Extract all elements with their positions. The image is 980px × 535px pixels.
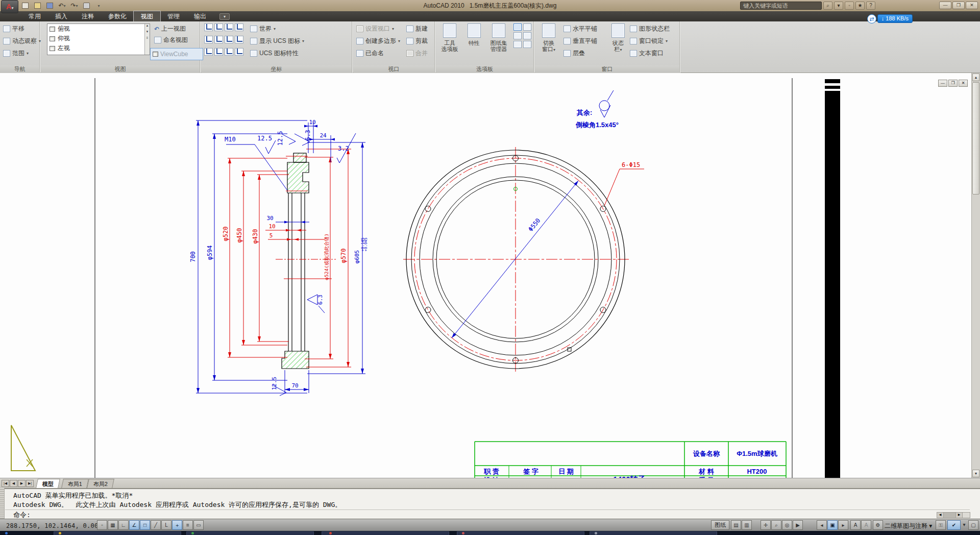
viewport-next-icon[interactable]: ▸	[838, 520, 848, 530]
ucs-origin-icon[interactable]	[214, 48, 223, 56]
viewport-prev-icon[interactable]: ◂	[817, 520, 827, 530]
viewcube-button[interactable]: ViewCube	[150, 48, 203, 60]
tab-home[interactable]: 常用	[21, 11, 48, 21]
pan-button[interactable]: 平移	[3, 25, 24, 33]
panel-label-views[interactable]: 视图	[41, 65, 200, 73]
command-scrollbar[interactable]: ◀ ▶	[937, 512, 970, 518]
steeringwheel-icon[interactable]: ◎	[782, 520, 792, 530]
panel-label-viewports[interactable]: 视口	[353, 65, 434, 73]
tab-model[interactable]: 模型	[36, 479, 60, 488]
tab-last-icon[interactable]: ▶|	[26, 480, 34, 487]
palette-toggle-icon[interactable]	[523, 41, 531, 48]
panel-label-palettes[interactable]: 选项板	[436, 65, 533, 73]
tool-palettes-button[interactable]: 工具选项板	[438, 23, 461, 52]
communication-center-icon[interactable]: ◦	[845, 2, 854, 10]
create-polygonal-button[interactable]: 创建多边形▾	[356, 37, 400, 45]
toolbar-lock-icon[interactable]: ⚿	[936, 520, 946, 530]
cad-drawing[interactable]: M10 12.5 12.5 6.3 10 24 3.2 30 700 φ594 …	[0, 73, 980, 478]
viewport-maximize-icon[interactable]: ▣	[827, 520, 838, 530]
tab-insert[interactable]: 插入	[48, 11, 75, 21]
status-bar-button[interactable]: 状态栏▾	[606, 23, 630, 53]
search-icon[interactable]: ⌕	[823, 2, 832, 10]
otrack-toggle[interactable]: ╱	[151, 520, 161, 530]
previous-view-button[interactable]: ↶上一视图	[154, 25, 186, 33]
trusted-autodesk-icon[interactable]: ✔	[947, 520, 961, 530]
ucs-view-icon[interactable]	[204, 48, 213, 56]
taskbar-button[interactable]	[54, 531, 181, 535]
tile-vertically-button[interactable]: 垂直平铺	[564, 37, 597, 45]
tab-view[interactable]: 视图	[134, 11, 160, 21]
quickview-drawings-icon[interactable]: ▥	[742, 520, 752, 530]
zoom-tool-icon[interactable]: ⌕	[771, 520, 781, 530]
scrollbar-thumb[interactable]	[944, 513, 956, 518]
close-button[interactable]: ✕	[966, 2, 978, 9]
tab-annotate[interactable]: 注释	[75, 11, 101, 21]
showmotion-icon[interactable]: ▶	[793, 520, 803, 530]
view-list-scrollbar[interactable]: ▲▼≡	[144, 24, 150, 55]
panel-label-coordinates[interactable]: 坐标	[201, 65, 352, 73]
command-window-grip[interactable]	[0, 488, 5, 519]
tab-layout1[interactable]: 布局1	[61, 479, 89, 488]
scrollbar-thumb[interactable]	[972, 82, 979, 194]
taskbar-button[interactable]	[186, 531, 314, 535]
application-menu-button[interactable]: A▾	[1, 0, 18, 13]
taskbar-button[interactable]	[457, 531, 584, 535]
panel-label-navigate[interactable]: 导航	[0, 65, 39, 73]
lineweight-toggle[interactable]: ≡	[183, 520, 193, 530]
palette-toggle-icon[interactable]	[523, 23, 531, 31]
tab-prev-icon[interactable]: ◀	[10, 480, 17, 487]
tab-next-icon[interactable]: ▶	[18, 480, 26, 487]
status-more-icon[interactable]: ▾	[962, 520, 967, 530]
view-list-item[interactable]: 左视	[47, 43, 150, 53]
tab-layout2[interactable]: 布局2	[87, 479, 114, 488]
zoom-extents-button[interactable]: 范围▾	[3, 49, 29, 58]
doc-minimize-button[interactable]: —	[938, 80, 947, 87]
scroll-left-icon[interactable]: ◀	[937, 513, 944, 518]
osnap-toggle[interactable]: □	[140, 520, 150, 530]
clip-button[interactable]: 剪裁	[406, 37, 428, 45]
view-list[interactable]: 俯视 仰视 左视 ▲▼≡	[47, 23, 150, 55]
workspace-switcher[interactable]: 二维草图与注释 ▾	[885, 522, 932, 530]
favorites-icon[interactable]: ★	[855, 2, 865, 10]
paper-model-toggle[interactable]: 图纸	[711, 520, 729, 530]
sheet-set-manager-button[interactable]: 图纸集管理器	[487, 23, 510, 52]
search-options-icon[interactable]: ▾	[834, 2, 843, 10]
ucs-previous-icon[interactable]	[214, 23, 223, 31]
tab-parametric[interactable]: 参数化	[101, 11, 134, 21]
ucs-3point-icon[interactable]	[225, 48, 233, 56]
ducs-toggle[interactable]: L	[161, 520, 172, 530]
taskbar-button[interactable]	[322, 531, 449, 535]
scroll-right-icon[interactable]: ▶	[956, 513, 963, 518]
dyn-toggle[interactable]: ＋	[172, 520, 182, 530]
view-list-item[interactable]: 仰视	[47, 34, 150, 43]
workspace-gear-icon[interactable]: ⚙	[873, 520, 883, 530]
doc-restore-button[interactable]: ❐	[948, 80, 958, 87]
set-viewport-button[interactable]: 设置视口▾	[356, 25, 394, 33]
downloader-icon[interactable]: ⇄	[867, 14, 876, 23]
ribbon-minimize-icon[interactable]: ▾	[219, 13, 230, 20]
search-input[interactable]: 键入关键字或短语	[740, 2, 822, 10]
panel-label-windows[interactable]: 窗口	[535, 65, 679, 73]
palette-toggle-icon[interactable]	[513, 23, 522, 31]
new-viewport-button[interactable]: 新建	[406, 25, 428, 33]
cascade-button[interactable]: 层叠	[564, 49, 585, 58]
grid-toggle[interactable]: ▦	[108, 520, 118, 530]
quickview-layouts-icon[interactable]: ▤	[731, 520, 741, 530]
restore-button[interactable]: ❐	[952, 2, 965, 9]
text-window-button[interactable]: 文本窗口	[630, 49, 664, 58]
view-list-item[interactable]: 俯视	[47, 24, 150, 34]
bolt-hole[interactable]	[425, 307, 431, 313]
switch-windows-button[interactable]: 切换窗口▾	[537, 23, 560, 53]
start-orb-icon[interactable]	[5, 532, 8, 534]
ucs-world-icon[interactable]	[225, 23, 233, 31]
ucs-y-icon[interactable]	[214, 36, 223, 43]
palette-toggle-icon[interactable]	[523, 32, 531, 39]
polar-toggle[interactable]: ∠	[129, 520, 139, 530]
bolt-hole[interactable]	[425, 206, 431, 212]
doc-close-button[interactable]: ✕	[959, 80, 968, 87]
drawing-status-bar-button[interactable]: 图形状态栏	[630, 25, 670, 33]
world-ucs-dropdown[interactable]: 世界▾	[250, 25, 276, 33]
ucs-z-icon[interactable]	[225, 36, 233, 43]
quickprops-toggle[interactable]: ▭	[193, 520, 204, 530]
annotation-scale-icon[interactable]: A	[850, 520, 861, 530]
